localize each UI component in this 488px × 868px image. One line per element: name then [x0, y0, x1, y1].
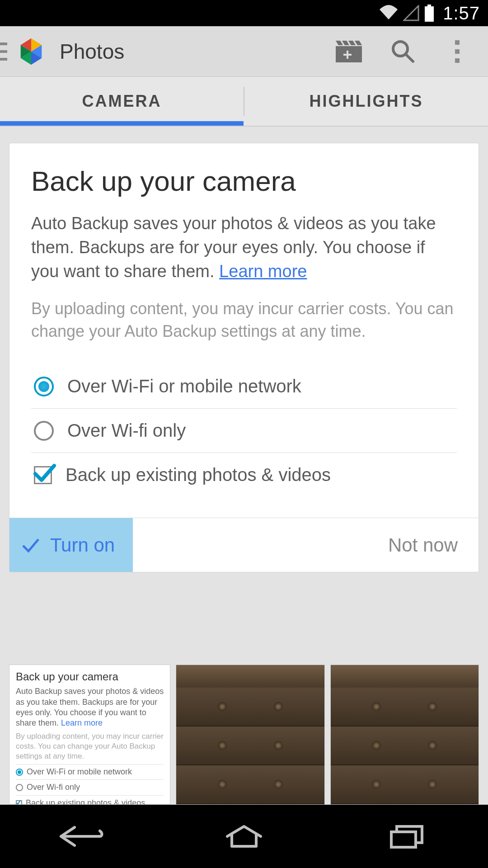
battery-icon: [424, 5, 435, 22]
svg-rect-11: [391, 832, 416, 847]
learn-more-link[interactable]: Learn more: [219, 262, 307, 281]
app-title: Photos: [60, 39, 124, 64]
card-actions: Turn on Not now: [9, 518, 479, 572]
tab-label: HIGHLIGHTS: [310, 92, 423, 111]
option-label: Back up existing photos & videos: [66, 465, 331, 485]
svg-rect-1: [425, 6, 434, 22]
radio-icon: [34, 421, 54, 441]
option-backup-existing[interactable]: Back up existing photos & videos: [31, 453, 457, 497]
svg-rect-0: [427, 5, 431, 6]
photos-logo-icon[interactable]: [15, 36, 47, 67]
cell-signal-icon: [403, 5, 419, 21]
home-button[interactable]: [203, 821, 285, 852]
photo-grid: Back up your camera Auto Backup saves yo…: [9, 665, 479, 805]
option-label: Over Wi-fi only: [67, 420, 186, 441]
option-wifi-or-mobile[interactable]: Over Wi-Fi or mobile network: [31, 364, 457, 409]
radio-icon: [34, 377, 54, 396]
grid-item-photo[interactable]: [176, 665, 324, 805]
option-wifi-only[interactable]: Over Wi-fi only: [31, 409, 457, 453]
grid-item-screenshot[interactable]: Back up your camera Auto Backup saves yo…: [9, 665, 170, 805]
not-now-button[interactable]: Not now: [367, 518, 479, 572]
turn-on-button[interactable]: Turn on: [9, 518, 133, 572]
action-bar: Photos: [0, 26, 488, 77]
tab-label: CAMERA: [82, 92, 162, 111]
wifi-icon: [379, 5, 399, 21]
status-bar: 1:57: [0, 0, 488, 26]
not-now-label: Not now: [388, 534, 458, 556]
backup-card: Back up your camera Auto Backup saves yo…: [9, 143, 479, 572]
drawer-toggle-icon[interactable]: [0, 42, 7, 61]
card-description-secondary: By uploading content, you may incur carr…: [31, 297, 457, 343]
checkbox-icon: [34, 466, 52, 484]
svg-marker-5: [355, 41, 362, 45]
status-time: 1:57: [443, 3, 480, 24]
svg-marker-2: [336, 41, 343, 45]
card-description-primary: Auto Backup saves your photos & videos a…: [31, 212, 457, 284]
svg-marker-4: [348, 41, 356, 45]
overflow-menu-button[interactable]: [430, 26, 484, 76]
create-movie-button[interactable]: [322, 26, 376, 76]
tab-highlights[interactable]: HIGHLIGHTS: [244, 77, 488, 126]
grid-item-photo[interactable]: [330, 665, 479, 805]
card-title: Back up your camera: [31, 165, 457, 197]
check-icon: [20, 535, 41, 556]
content-area[interactable]: Back up your camera Auto Backup saves yo…: [0, 127, 488, 805]
turn-on-label: Turn on: [50, 534, 115, 556]
svg-rect-8: [343, 54, 352, 56]
navigation-bar: [0, 805, 488, 868]
option-label: Over Wi-Fi or mobile network: [67, 376, 301, 396]
svg-line-10: [406, 54, 413, 61]
back-button[interactable]: [41, 821, 122, 852]
search-button[interactable]: [376, 26, 430, 76]
svg-marker-3: [342, 41, 349, 45]
tab-bar: CAMERA HIGHLIGHTS: [0, 77, 488, 126]
recent-apps-button[interactable]: [366, 821, 447, 852]
tab-camera[interactable]: CAMERA: [0, 77, 244, 126]
